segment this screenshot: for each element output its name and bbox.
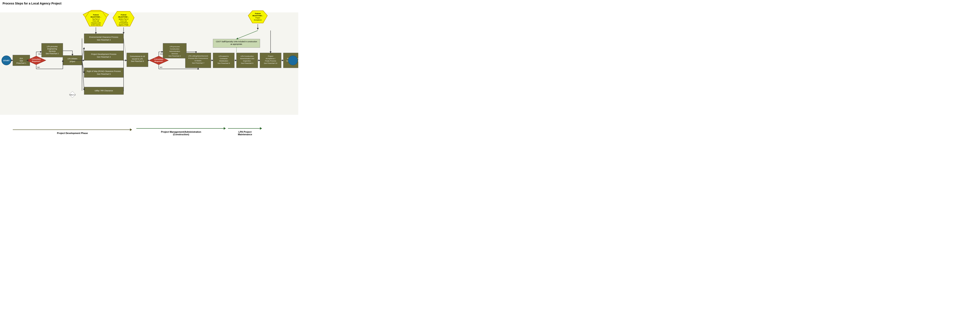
- svg-text:See Flowchart 3: See Flowchart 3: [97, 56, 111, 58]
- svg-text:Utility / RR Clearance: Utility / RR Clearance: [95, 90, 113, 92]
- svg-text:Administration: Administration: [169, 50, 180, 52]
- svg-text:Clearance (EA: Clearance (EA: [91, 22, 101, 24]
- svg-text:See Flowchart 8: See Flowchart 8: [218, 62, 230, 64]
- svg-text:Acceptance /: Acceptance /: [266, 58, 276, 59]
- svg-text:YES: YES: [160, 53, 163, 55]
- svg-text:See Flowchart 2: See Flowchart 2: [169, 55, 181, 57]
- svg-text:See Flowchart 9: See Flowchart 9: [241, 62, 253, 64]
- svg-text:Environmental Clearance Proces: Environmental Clearance Process: [89, 36, 118, 38]
- svg-text:Federal: Federal: [93, 14, 99, 16]
- svg-text:Acceptance: Acceptance: [254, 19, 262, 21]
- svg-text:See Flowchart 4: See Flowchart 4: [97, 39, 111, 41]
- svg-text:MILESTONE –: MILESTONE –: [253, 15, 263, 17]
- svg-text:Services: Services: [172, 53, 178, 54]
- svg-text:LPA procures: LPA procures: [170, 46, 180, 48]
- svg-text:to Award.: to Award.: [194, 60, 202, 62]
- svg-text:See Flowchart 5: See Flowchart 5: [97, 73, 111, 75]
- svg-text:Required?: Required?: [154, 60, 163, 62]
- svg-text:LPA procures: LPA procures: [47, 45, 57, 48]
- svg-text:Finals Process: Finals Process: [265, 60, 276, 62]
- phase-label-3: LPA ProjectMaintenance: [238, 131, 252, 136]
- svg-text:Project: Project: [255, 17, 260, 19]
- svg-text:See Flowchart 7: See Flowchart 7: [192, 62, 204, 64]
- svg-text:Contractor: Contractor: [220, 58, 228, 59]
- diagram-container: Federal MILESTONE – Top Part of Form 128…: [0, 6, 298, 125]
- phase-label-2: Project Management/Administration(Constr…: [161, 131, 201, 136]
- svg-text:NO: NO: [37, 66, 40, 68]
- svg-text:MILESTONE –: MILESTONE –: [91, 16, 101, 18]
- svg-rect-49: [84, 51, 124, 60]
- svg-text:Required?: Required?: [32, 60, 40, 62]
- svg-text:Top Part of: Top Part of: [92, 18, 100, 20]
- svg-text:See: See: [20, 60, 23, 62]
- svg-text:YES: YES: [38, 53, 41, 55]
- svg-text:Right of Way (ROW) Clearance P: Right of Way (ROW) Clearance Process: [87, 70, 121, 72]
- svg-text:Administration and: Administration and: [240, 58, 254, 59]
- svg-text:NO: NO: [160, 66, 162, 68]
- svg-text:LPA Construction: LPA Construction: [240, 55, 253, 57]
- svg-text:Form 128: Form 128: [93, 20, 99, 22]
- svg-point-95: [288, 56, 298, 65]
- svg-text:project: project: [70, 60, 75, 62]
- svg-text:Process thru Concurrence: Process thru Concurrence: [188, 58, 208, 59]
- svg-text:LPA Letting/Advertisement: LPA Letting/Advertisement: [188, 55, 208, 57]
- svg-text:See Flowchart 6: See Flowchart 6: [131, 60, 144, 62]
- svg-text:Issued to LPA: Issued to LPA: [132, 58, 143, 60]
- svg-text:Flowchart 1: Flowchart 1: [16, 62, 26, 64]
- svg-text:MILESTONE –: MILESTONE –: [118, 16, 129, 18]
- svg-text:LPA initiates: LPA initiates: [68, 58, 77, 60]
- svg-text:Bottom Part of: Bottom Part of: [119, 18, 129, 20]
- svg-text:Consultant: Consultant: [32, 58, 41, 60]
- svg-text:Mobilization: Mobilization: [219, 60, 228, 62]
- svg-text:Concurrence to Ad: Concurrence to Ad: [130, 55, 145, 58]
- svg-text:Construction: Construction: [170, 48, 180, 50]
- svg-text:Engineering: Engineering: [47, 48, 57, 50]
- svg-text:Inspection.: Inspection.: [243, 60, 251, 62]
- page-title: Process Steps for a Local Agency Project: [0, 0, 298, 6]
- svg-text:Form 128: Form 128: [120, 20, 127, 22]
- svg-text:Consultant: Consultant: [154, 58, 163, 60]
- svg-text:Project: Project: [268, 55, 274, 57]
- svg-text:Federal: Federal: [255, 13, 261, 14]
- svg-text:See Flowchart 10: See Flowchart 10: [264, 62, 277, 64]
- svg-text:Federal: Federal: [121, 14, 127, 16]
- svg-text:as appropriate.: as appropriate.: [231, 43, 243, 45]
- svg-text:& EIS must be: & EIS must be: [91, 24, 101, 26]
- phase-label-1: Project Development Phase: [57, 132, 88, 134]
- svg-text:Video 0.1: Video 0.1: [69, 94, 76, 96]
- svg-text:See Flowchart 2: See Flowchart 2: [46, 53, 59, 54]
- svg-text:LPA award to: LPA award to: [219, 55, 229, 57]
- svg-text:Project Development Process: Project Development Process: [91, 53, 116, 55]
- svg-rect-46: [84, 34, 124, 43]
- svg-text:START: START: [3, 59, 10, 62]
- svg-text:CDOT Staff/Specialty Units inc: CDOT Staff/Specialty Units included in c…: [216, 40, 257, 43]
- svg-text:Services: Services: [49, 50, 56, 52]
- svg-text:IGA: IGA: [20, 58, 23, 59]
- phase-bars: Project Development Phase Project Manage…: [0, 125, 298, 136]
- svg-rect-52: [84, 68, 124, 77]
- svg-text:signed.) PS&E: signed.) PS&E: [119, 24, 129, 26]
- svg-text:(FONSI/ROD: (FONSI/ROD: [119, 22, 128, 24]
